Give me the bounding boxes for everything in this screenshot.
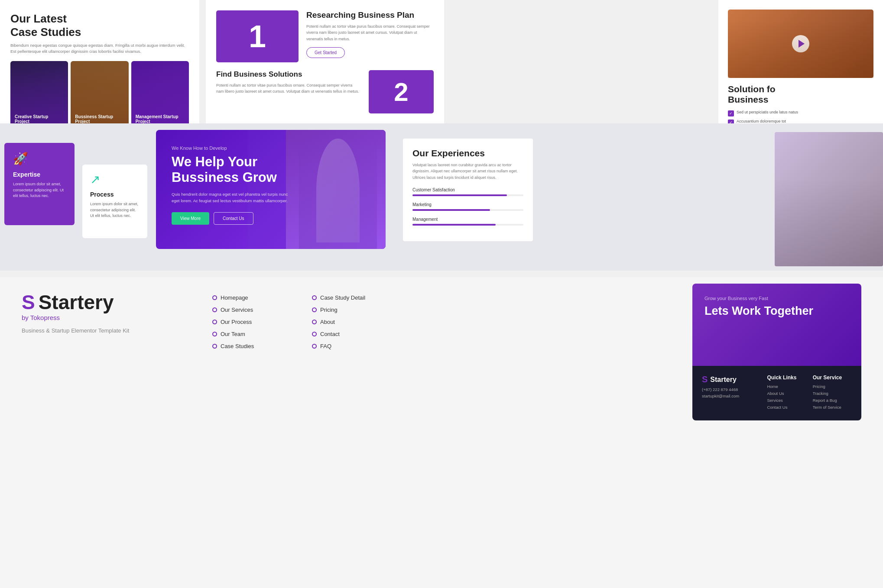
nav-dot-7 (312, 307, 317, 312)
progress-item-3: Management (412, 217, 523, 226)
logo-symbol: S (22, 292, 35, 312)
subfooter-phone: (+87) 222 879 4468 (702, 387, 754, 392)
subfooter-brand-name: Startery (710, 376, 736, 384)
subfooter-email: startupkit@mail.com (702, 394, 754, 398)
experiences-title: Our Experiences (412, 148, 523, 158)
subfooter-logo-s: S (702, 375, 708, 384)
experiences-desc: Volutpat lacus laoreet non curabitur gra… (412, 162, 523, 181)
nav-item-services[interactable]: Our Services (212, 307, 290, 313)
nav-item-about[interactable]: About (312, 319, 399, 325)
hero-buttons: View More Contact Us (172, 212, 370, 225)
progress-fill-3 (412, 224, 496, 226)
check-item-1: ✓ Sed ut perspiciatis unde latus natus (728, 110, 873, 116)
nav-dot-2 (212, 307, 217, 312)
nav-dot-9 (312, 332, 317, 336)
nav-item-pricing[interactable]: Pricing (312, 307, 399, 313)
nav-item-case-detail[interactable]: Case Study Detail (312, 294, 399, 301)
check-text-2: Accusantium doloremque tot (737, 119, 786, 123)
find-biz-title: Find Business Solutions (216, 70, 361, 79)
process-text: Lorem ipsum dolor sit amet, consectetur … (90, 201, 140, 219)
process-icon: ↗ (90, 172, 140, 187)
nav-link-case-studies: Case Studies (221, 343, 254, 349)
subfooter-quick-links: Quick Links Home About Us Services Conta… (767, 375, 799, 412)
service-link-terms[interactable]: Term of Service (813, 405, 852, 410)
subfooter-logo-col: S Startery (+87) 222 879 4468 startupkit… (702, 375, 754, 412)
nav-link-faq: FAQ (320, 343, 331, 349)
check-box-1: ✓ (728, 110, 734, 116)
expertise-title: Expertise (13, 171, 66, 178)
check-text-1: Sed ut perspiciatis unde latus natus (737, 110, 798, 114)
nav-dot-4 (212, 332, 217, 336)
nav-dot-10 (312, 344, 317, 349)
team-photo (775, 132, 883, 266)
hero-section: We Know How to Develop We Help Your Buss… (156, 130, 386, 249)
nav-dot-3 (212, 320, 217, 324)
find-biz-content: Find Business Solutions Potenti nullam a… (216, 70, 361, 95)
progress-label-3: Management (412, 217, 523, 222)
card-1-title: Creative Startup Project (15, 114, 64, 124)
solution-title: Solution foBusiness (728, 84, 873, 105)
quick-link-contact[interactable]: Contact Us (767, 405, 799, 410)
nav-link-process: Our Process (221, 319, 252, 325)
nav-item-case-studies[interactable]: Case Studies (212, 343, 290, 349)
progress-fill-2 (412, 209, 490, 211)
expertise-card: 🚀 Expertise Lorem ipsum dolor sit amet, … (4, 143, 75, 225)
step1-box: 1 (216, 10, 299, 62)
card-3-title: Management Startup Project (136, 114, 185, 124)
nav-link-services: Our Services (221, 307, 253, 313)
brand-by: by Tokopress (22, 314, 178, 321)
hero-desc: Quis hendrerit dolor magna eget est vel … (172, 191, 293, 204)
nav-item-process[interactable]: Our Process (212, 319, 290, 325)
subfooter-our-service: Our Service Pricing Tracking Report a Bu… (813, 375, 852, 412)
quick-link-home[interactable]: Home (767, 384, 799, 389)
biz-step1-row: 1 Researching Business Plan Potenti null… (216, 10, 434, 62)
quick-link-about[interactable]: About Us (767, 391, 799, 396)
case-studies-title: Our LatestCase Studies (10, 12, 189, 39)
progress-bar-3 (412, 224, 523, 226)
nav-dot-6 (312, 295, 317, 300)
step1-number: 1 (249, 19, 266, 54)
hero-contact-btn[interactable]: Contact Us (214, 212, 253, 225)
case-studies-desc: Bibendum neque egestas congue quisque eg… (10, 42, 189, 55)
expertise-text: Lorem ipsum dolor sit amet, consectetur … (13, 181, 66, 199)
find-biz-desc: Potenti nullam ac tortor vitae purus fau… (216, 82, 361, 95)
nav-item-team[interactable]: Our Team (212, 331, 290, 337)
process-title: Process (90, 191, 140, 198)
nav-item-contact[interactable]: Contact (312, 331, 399, 337)
quick-link-services[interactable]: Services (767, 398, 799, 403)
nav-link-team: Our Team (221, 331, 245, 337)
progress-fill-1 (412, 194, 507, 196)
nav-item-faq[interactable]: FAQ (312, 343, 399, 349)
nav-link-homepage: Homepage (221, 294, 248, 301)
biz-plan-title: Researching Business Plan (306, 10, 434, 20)
biz-plan-content: Researching Business Plan Potenti nullam… (306, 10, 434, 58)
service-link-tracking[interactable]: Tracking (813, 391, 852, 396)
brand-name: Startery (39, 292, 114, 312)
nav-link-contact: Contact (320, 331, 340, 337)
expertise-icon: 🚀 (13, 152, 66, 166)
experiences-section: Our Experiences Volutpat lacus laoreet n… (403, 139, 533, 241)
nav-dot-8 (312, 320, 317, 324)
nav-link-pricing: Pricing (320, 307, 338, 313)
service-link-pricing[interactable]: Pricing (813, 384, 852, 389)
logo-row: S Startery (22, 292, 178, 312)
hero-view-more-btn[interactable]: View More (172, 212, 209, 225)
cta-subtitle: Grow your Business very Fast (704, 296, 849, 301)
nav-dot-5 (212, 344, 217, 349)
step2-number: 2 (394, 77, 408, 107)
progress-bar-1 (412, 194, 523, 196)
progress-bar-2 (412, 209, 523, 211)
nav-item-homepage[interactable]: Homepage (212, 294, 290, 301)
progress-label-1: Customer Satisfaction (412, 187, 523, 192)
cta-title: Lets Work Together (704, 304, 849, 318)
our-service-title: Our Service (813, 375, 852, 381)
progress-item-2: Marketing (412, 202, 523, 211)
solution-image (728, 10, 873, 78)
brand-area: S Startery by Tokopress Business & Start… (22, 292, 178, 334)
brand-tagline: Business & Startup Elementor Template Ki… (22, 327, 178, 334)
service-link-report[interactable]: Report a Bug (813, 398, 852, 403)
process-card: ↗ Process Lorem ipsum dolor sit amet, co… (82, 165, 147, 238)
biz-plan-desc: Potenti nullam ac tortor vitae purus fau… (306, 23, 434, 42)
footer-nav-col-1: Homepage Our Services Our Process Our Te… (212, 294, 290, 355)
get-started-btn[interactable]: Get Started (306, 47, 345, 58)
